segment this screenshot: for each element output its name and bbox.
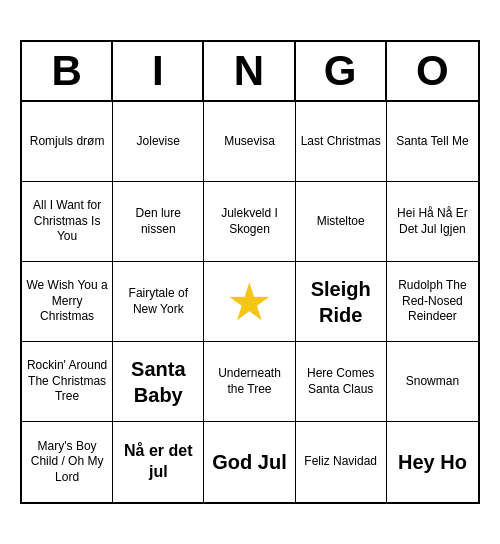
bingo-card: BINGO Romjuls drømJoleviseMusevisaLast C…: [20, 40, 480, 504]
bingo-cell-r4-c3: Feliz Navidad: [296, 422, 387, 502]
bingo-cell-r0-c4: Santa Tell Me: [387, 102, 478, 182]
bingo-cell-r4-c2: God Jul: [204, 422, 295, 502]
bingo-cell-r3-c1: Santa Baby: [113, 342, 204, 422]
header-letter: B: [22, 42, 113, 100]
cell-label: Musevisa: [224, 134, 275, 150]
cell-label: All I Want for Christmas Is You: [26, 198, 108, 245]
cell-label: Rockin' Around The Christmas Tree: [26, 358, 108, 405]
bingo-cell-r4-c1: Nå er det jul: [113, 422, 204, 502]
header-letter: N: [204, 42, 295, 100]
bingo-cell-r2-c1: Fairytale of New York: [113, 262, 204, 342]
cell-label: Last Christmas: [301, 134, 381, 150]
bingo-grid: Romjuls drømJoleviseMusevisaLast Christm…: [22, 102, 478, 502]
bingo-cell-r4-c4: Hey Ho: [387, 422, 478, 502]
bingo-cell-r4-c0: Mary's Boy Child / Oh My Lord: [22, 422, 113, 502]
cell-label: Jolevise: [137, 134, 180, 150]
bingo-cell-r3-c3: Here Comes Santa Claus: [296, 342, 387, 422]
bingo-cell-r3-c4: Snowman: [387, 342, 478, 422]
header-letter: I: [113, 42, 204, 100]
header-letter: O: [387, 42, 478, 100]
bingo-cell-r3-c2: Underneath the Tree: [204, 342, 295, 422]
cell-label: Santa Tell Me: [396, 134, 469, 150]
cell-label: Hei Hå Nå Er Det Jul Igjen: [391, 206, 474, 237]
cell-label: Den lure nissen: [117, 206, 199, 237]
bingo-cell-r2-c3: Sleigh Ride: [296, 262, 387, 342]
cell-label: Feliz Navidad: [304, 454, 377, 470]
cell-label: Misteltoe: [317, 214, 365, 230]
bingo-cell-r1-c3: Misteltoe: [296, 182, 387, 262]
bingo-cell-r2-c2: ★: [204, 262, 295, 342]
cell-label: Romjuls drøm: [30, 134, 105, 150]
cell-label: We Wish You a Merry Christmas: [26, 278, 108, 325]
bingo-cell-r1-c2: Julekveld I Skogen: [204, 182, 295, 262]
cell-label: Snowman: [406, 374, 459, 390]
bingo-cell-r0-c2: Musevisa: [204, 102, 295, 182]
bingo-cell-r3-c0: Rockin' Around The Christmas Tree: [22, 342, 113, 422]
bingo-cell-r1-c0: All I Want for Christmas Is You: [22, 182, 113, 262]
bingo-cell-r1-c4: Hei Hå Nå Er Det Jul Igjen: [387, 182, 478, 262]
bingo-header: BINGO: [22, 42, 478, 102]
bingo-cell-r1-c1: Den lure nissen: [113, 182, 204, 262]
bingo-cell-r0-c1: Jolevise: [113, 102, 204, 182]
cell-label: Fairytale of New York: [117, 286, 199, 317]
cell-label: Mary's Boy Child / Oh My Lord: [26, 439, 108, 486]
cell-label: Here Comes Santa Claus: [300, 366, 382, 397]
cell-label: Rudolph The Red-Nosed Reindeer: [391, 278, 474, 325]
cell-label: Julekveld I Skogen: [208, 206, 290, 237]
bingo-cell-r0-c0: Romjuls drøm: [22, 102, 113, 182]
header-letter: G: [296, 42, 387, 100]
bingo-cell-r2-c0: We Wish You a Merry Christmas: [22, 262, 113, 342]
cell-label: Underneath the Tree: [208, 366, 290, 397]
bingo-cell-r0-c3: Last Christmas: [296, 102, 387, 182]
bingo-cell-r2-c4: Rudolph The Red-Nosed Reindeer: [387, 262, 478, 342]
